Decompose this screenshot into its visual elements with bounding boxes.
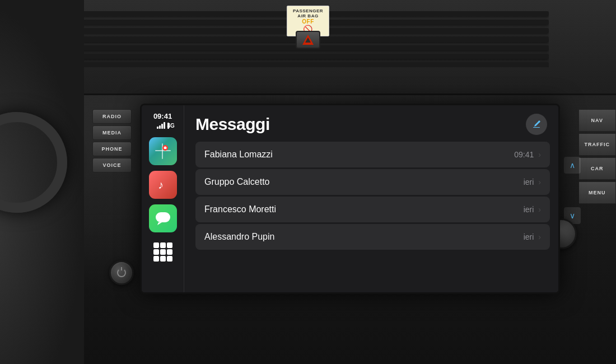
vent-slat (67, 54, 549, 59)
svg-rect-9 (156, 212, 170, 222)
messages-list: Fabiana Lomazzi 09:41 › Gruppo Calcetto … (195, 142, 558, 284)
compose-button[interactable] (526, 114, 547, 135)
grid-dot (167, 249, 172, 255)
message-row[interactable]: Fabiana Lomazzi 09:41 › (195, 142, 550, 167)
signal-bar-3 (161, 124, 163, 129)
svg-rect-2 (162, 143, 163, 159)
message-name: Gruppo Calcetto (204, 177, 270, 187)
message-time: ieri (524, 178, 534, 186)
radio-button[interactable]: RADIO (92, 109, 132, 124)
message-name: Alessandro Pupin (204, 232, 274, 242)
messages-app-icon[interactable] (149, 204, 177, 232)
message-row[interactable]: Alessandro Pupin ieri › (195, 224, 550, 250)
screen-main: Messaggi Fabiana Lomazzi 09:41 › (184, 105, 558, 292)
svg-marker-10 (157, 222, 162, 225)
dashboard-top: PASSENGER AIR BAG OFF 🚫 (0, 0, 616, 95)
svg-rect-11 (533, 127, 540, 128)
svg-text:♪: ♪ (158, 179, 164, 191)
voice-button[interactable]: VOICE (92, 158, 132, 172)
grid-dot (153, 256, 159, 262)
grid-dot (160, 256, 166, 262)
nav-button[interactable]: NAV (579, 109, 617, 132)
messages-icon-svg (153, 208, 173, 228)
grid-dot (160, 249, 166, 255)
message-time: 09:41 (514, 150, 534, 159)
chevron-right-icon: › (538, 205, 541, 214)
message-meta: ieri › (524, 178, 541, 186)
message-time: ieri (524, 205, 534, 214)
steering-area (0, 0, 84, 364)
chevron-right-icon: › (538, 232, 541, 241)
message-meta: ieri › (524, 232, 541, 241)
screen-title: Messaggi (195, 115, 270, 134)
infotainment-screen: 09:41 4G (140, 104, 560, 294)
right-control-panel: NAV TRAFFIC CAR MENU (579, 109, 617, 204)
power-button-area (109, 260, 134, 285)
grid-dot (153, 249, 159, 255)
left-control-panel: RADIO MEDIA PHONE VOICE (92, 109, 132, 172)
grid-dot (153, 242, 159, 248)
scroll-controls: ∧ ∨ (564, 157, 581, 224)
phone-button[interactable]: PHONE (92, 142, 132, 156)
car-button[interactable]: CAR (579, 157, 617, 180)
media-button[interactable]: MEDIA (92, 125, 132, 140)
message-meta: 09:41 › (514, 150, 541, 159)
hazard-icon (302, 35, 314, 45)
message-row[interactable]: Gruppo Calcetto ieri › (195, 169, 550, 195)
screen-header: Messaggi (195, 114, 558, 135)
chevron-right-icon: › (538, 178, 541, 186)
grid-dot (160, 242, 166, 248)
scroll-up-button[interactable]: ∧ (564, 157, 581, 174)
message-row[interactable]: Francesco Moretti ieri › (195, 197, 550, 222)
hazard-button[interactable] (296, 31, 320, 49)
status-bar: 09:41 4G (153, 112, 172, 129)
signal-bar-1 (157, 127, 158, 129)
message-time: ieri (524, 232, 534, 241)
message-name: Francesco Moretti (204, 204, 276, 214)
airbag-label-line1: PASSENGER (293, 8, 323, 13)
grid-dot (167, 242, 172, 248)
chevron-right-icon: › (538, 150, 541, 159)
compose-icon (531, 119, 542, 129)
music-app-icon[interactable]: ♪ (149, 171, 177, 199)
svg-point-4 (164, 147, 166, 150)
screen-sidebar: 09:41 4G (142, 105, 184, 292)
signal-bar-4 (164, 122, 165, 129)
traffic-button[interactable]: TRAFFIC (579, 133, 617, 156)
maps-app-icon[interactable] (149, 137, 177, 165)
power-button[interactable] (109, 260, 134, 285)
signal-bars: 4G (153, 122, 172, 129)
signal-bar-2 (159, 125, 161, 129)
airbag-status: OFF (293, 18, 323, 25)
message-meta: ieri › (524, 205, 541, 214)
time-display: 09:41 (153, 112, 172, 120)
steering-wheel (0, 112, 67, 213)
maps-icon-svg (153, 141, 173, 161)
grid-dot (167, 256, 172, 262)
music-icon-svg: ♪ (153, 175, 173, 195)
network-label: 4G (167, 123, 169, 129)
message-name: Fabiana Lomazzi (204, 150, 273, 160)
app-grid-button[interactable] (149, 238, 177, 266)
menu-button[interactable]: MENU (579, 181, 617, 204)
power-icon (117, 268, 126, 277)
airbag-label-line2: AIR BAG (293, 13, 323, 18)
vent-slat (67, 62, 549, 67)
